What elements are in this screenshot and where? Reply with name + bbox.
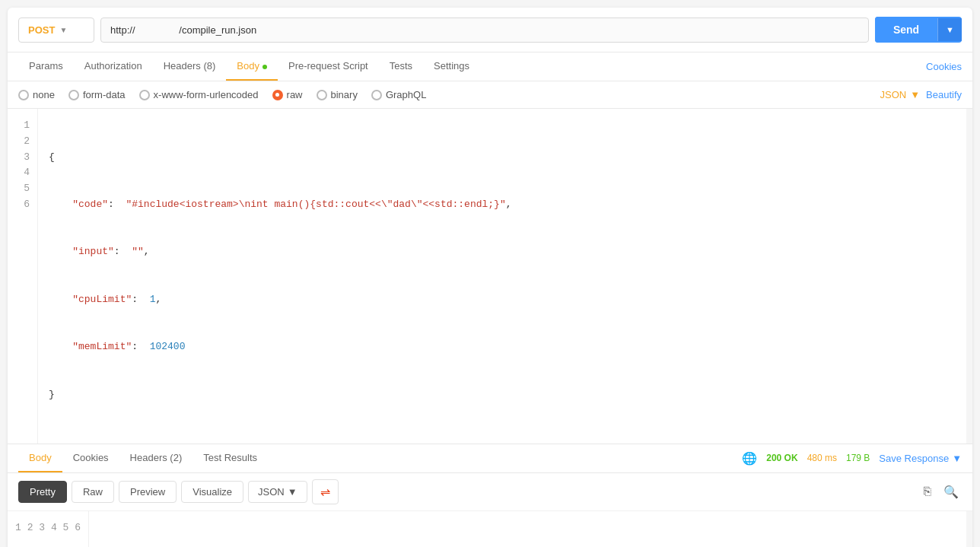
cookies-link[interactable]: Cookies xyxy=(926,53,962,80)
req-line-4: "cpuLimit": 1, xyxy=(49,292,956,308)
tab-pre-request[interactable]: Pre-request Script xyxy=(278,52,379,81)
response-code-editor: 1 2 3 4 5 6 { "message": "Compile And Ru… xyxy=(8,511,972,547)
response-toolbar-right: ⎘ 🔍 xyxy=(921,482,962,502)
radio-urlencoded[interactable]: x-www-form-urlencoded xyxy=(139,89,259,100)
method-chevron-icon: ▼ xyxy=(59,26,67,34)
radio-raw-label: raw xyxy=(287,89,303,100)
response-format-selector[interactable]: JSON ▼ xyxy=(248,481,307,503)
save-response-chevron-icon: ▼ xyxy=(952,453,962,464)
tab-headers[interactable]: Headers (8) xyxy=(153,52,227,81)
view-preview-button[interactable]: Preview xyxy=(119,481,177,503)
req-line-6: } xyxy=(49,387,956,403)
main-container: POST ▼ Send ▼ Params Authorization Heade… xyxy=(8,8,972,547)
save-response-button[interactable]: Save Response ▼ xyxy=(879,453,962,464)
radio-none-circle xyxy=(18,90,29,100)
response-header: Body Cookies Headers (2) Test Results 🌐 … xyxy=(8,444,972,473)
response-time: 480 ms xyxy=(807,453,837,463)
resp-tab-headers[interactable]: Headers (2) xyxy=(119,444,193,472)
radio-none-label: none xyxy=(33,89,55,100)
response-code-content[interactable]: { "message": "Compile And Run Success...… xyxy=(89,511,966,547)
response-format-chevron-icon: ▼ xyxy=(288,486,298,498)
response-toolbar: Pretty Raw Preview Visualize JSON ▼ ⇌ ⎘ … xyxy=(8,473,972,511)
radio-graphql-circle xyxy=(371,90,382,100)
format-selector[interactable]: JSON ▼ xyxy=(880,89,920,100)
radio-binary-label: binary xyxy=(331,89,358,100)
tab-tests[interactable]: Tests xyxy=(379,52,423,81)
body-options-right: JSON ▼ Beautify xyxy=(880,89,962,100)
method-label: POST xyxy=(28,24,55,36)
send-button[interactable]: Send xyxy=(875,17,937,43)
url-input[interactable] xyxy=(100,17,869,43)
beautify-button[interactable]: Beautify xyxy=(926,89,962,100)
response-line-numbers: 1 2 3 4 5 6 xyxy=(8,511,89,547)
response-tabs: Body Cookies Headers (2) Test Results xyxy=(18,444,268,472)
request-line-numbers: 1 2 3 4 5 6 xyxy=(8,109,38,444)
body-options-row: none form-data x-www-form-urlencoded raw… xyxy=(8,81,972,109)
resp-tab-body[interactable]: Body xyxy=(18,444,62,472)
req-line-1: { xyxy=(49,150,956,166)
response-scrollbar[interactable] xyxy=(966,511,972,547)
radio-raw-circle xyxy=(272,90,283,100)
tab-params[interactable]: Params xyxy=(18,52,74,81)
view-pretty-button[interactable]: Pretty xyxy=(18,481,67,503)
view-raw-button[interactable]: Raw xyxy=(72,481,114,503)
format-label: JSON xyxy=(880,89,906,100)
radio-form-data[interactable]: form-data xyxy=(68,89,126,100)
globe-icon: 🌐 xyxy=(742,451,757,466)
request-tab-nav: Params Authorization Headers (8) Body Pr… xyxy=(8,52,972,81)
tab-settings[interactable]: Settings xyxy=(423,52,480,81)
radio-none[interactable]: none xyxy=(18,89,55,100)
response-size: 179 B xyxy=(846,453,870,463)
tab-body[interactable]: Body xyxy=(226,52,278,81)
req-line-2: "code": "#include<iostream>\nint main(){… xyxy=(49,197,956,213)
radio-graphql-label: GraphQL xyxy=(386,89,426,100)
radio-raw[interactable]: raw xyxy=(272,89,303,100)
request-code-editor: 1 2 3 4 5 6 { "code": "#include<iostream… xyxy=(8,109,972,444)
request-code-content[interactable]: { "code": "#include<iostream>\nint main(… xyxy=(38,109,966,444)
request-scrollbar[interactable] xyxy=(966,109,972,444)
req-line-3: "input": "", xyxy=(49,244,956,260)
response-status-bar: 🌐 200 OK 480 ms 179 B Save Response ▼ xyxy=(742,451,962,466)
tab-authorization[interactable]: Authorization xyxy=(74,52,153,81)
radio-binary-circle xyxy=(317,90,327,100)
search-button[interactable]: 🔍 xyxy=(940,482,962,502)
radio-form-data-circle xyxy=(68,90,79,100)
send-button-group: Send ▼ xyxy=(875,17,962,43)
radio-graphql[interactable]: GraphQL xyxy=(371,89,426,100)
resp-tab-test-results[interactable]: Test Results xyxy=(192,444,268,472)
response-format-label: JSON xyxy=(258,486,285,498)
radio-urlencoded-circle xyxy=(139,90,150,100)
radio-urlencoded-label: x-www-form-urlencoded xyxy=(154,89,259,100)
radio-form-data-label: form-data xyxy=(83,89,126,100)
body-dot-indicator xyxy=(262,65,267,69)
method-selector[interactable]: POST ▼ xyxy=(18,17,94,43)
send-dropdown-button[interactable]: ▼ xyxy=(937,18,962,41)
req-line-5: "memLimit": 102400 xyxy=(49,339,956,355)
status-code: 200 OK xyxy=(766,453,797,463)
url-bar: POST ▼ Send ▼ xyxy=(8,8,972,52)
resp-tab-cookies[interactable]: Cookies xyxy=(62,444,119,472)
wrap-button[interactable]: ⇌ xyxy=(312,479,339,504)
radio-binary[interactable]: binary xyxy=(317,89,358,100)
view-visualize-button[interactable]: Visualize xyxy=(181,481,243,503)
format-chevron-icon: ▼ xyxy=(910,89,920,100)
copy-button[interactable]: ⎘ xyxy=(921,482,934,501)
